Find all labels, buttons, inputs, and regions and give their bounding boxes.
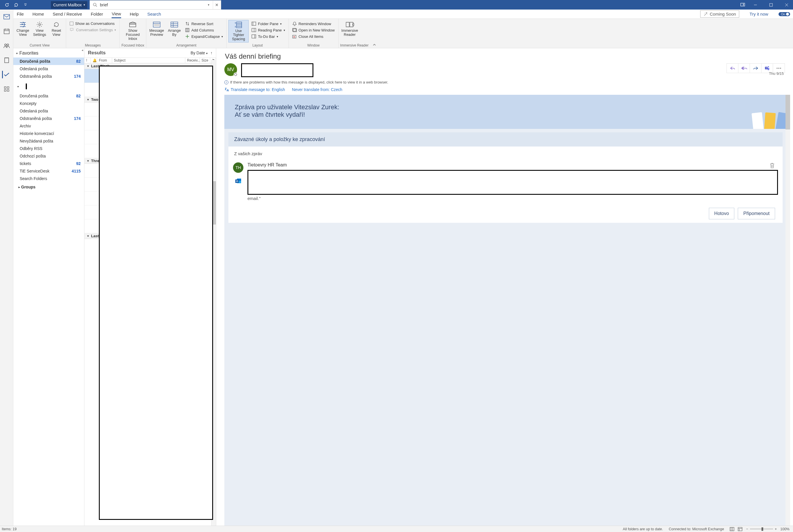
calendar-rail-icon[interactable]	[3, 27, 11, 35]
coming-soon-label: Coming Soon	[710, 12, 736, 17]
group-label-current-view: Current View	[15, 43, 64, 48]
svg-rect-3	[741, 3, 745, 6]
reset-view-button[interactable]: Reset View	[49, 20, 64, 38]
svg-point-9	[39, 24, 40, 25]
conversation-settings-label: Conversation Settings	[76, 28, 113, 32]
group-label-window: Window	[291, 43, 336, 48]
close-all-label: Close All Items	[299, 34, 324, 39]
todo-bar-icon	[252, 34, 256, 39]
immersive-reader-button[interactable]: Immersive Reader	[340, 20, 359, 38]
tab-home[interactable]: Home	[32, 11, 44, 18]
toggle-knob	[786, 13, 789, 16]
display-options-icon[interactable]	[739, 1, 746, 8]
use-tighter-spacing-label: Use Tighter Spacing	[230, 29, 246, 41]
show-as-conversations-checkbox[interactable]: Show as Conversations	[68, 21, 118, 26]
arrange-by-button[interactable]: Arrange By	[167, 20, 182, 38]
minimize-button[interactable]	[749, 0, 762, 10]
reminders-window-button[interactable]: Reminders Window	[291, 21, 336, 26]
collapse-ribbon-button[interactable]	[370, 19, 379, 48]
search-input[interactable]	[100, 3, 205, 7]
view-settings-button[interactable]: View Settings	[32, 20, 48, 38]
group-arrangement: Message Preview Arrange By Reverse Sort …	[146, 19, 227, 48]
group-layout: Use Tighter Spacing Folder Pane ▾ Readin…	[227, 19, 289, 48]
group-label-layout: Layout	[228, 43, 287, 48]
svg-rect-33	[252, 35, 256, 38]
open-new-window-button[interactable]: Open in New Window	[291, 27, 336, 33]
folder-pane-button[interactable]: Folder Pane ▾	[250, 21, 287, 26]
reverse-sort-button[interactable]: Reverse Sort	[183, 21, 225, 26]
chevron-down-icon: ▾	[221, 35, 223, 38]
reading-pane-label: Reading Pane	[258, 28, 281, 32]
coming-soon-button[interactable]: Coming Soon	[700, 11, 739, 18]
toggle-label: On	[781, 13, 785, 16]
svg-rect-11	[130, 23, 136, 27]
show-focused-inbox-button[interactable]: Show Focused Inbox	[122, 20, 144, 42]
group-window: Reminders Window Open in New Window Clos…	[289, 19, 338, 48]
chevron-down-icon: ▾	[114, 28, 116, 32]
mailbox-selector-label: Current Mailbox	[53, 3, 82, 7]
svg-rect-6	[770, 3, 773, 6]
new-window-icon	[292, 28, 297, 32]
tab-file[interactable]: File	[17, 11, 24, 18]
group-messages: Show as Conversations Conversation Setti…	[66, 19, 120, 48]
reading-pane-icon	[252, 28, 256, 32]
sort-icon	[185, 21, 190, 26]
chevron-down-icon: ▾	[283, 28, 285, 32]
tab-send-receive[interactable]: Send / Receive	[53, 11, 82, 18]
conversation-settings-icon	[70, 27, 74, 32]
tab-search[interactable]: Search	[147, 11, 161, 18]
svg-line-2	[96, 5, 97, 7]
conversation-settings-button[interactable]: Conversation Settings ▾	[68, 27, 118, 32]
reset-view-label: Reset View	[50, 28, 62, 37]
ribbon-tabs: File Home Send / Receive Folder View Hel…	[0, 10, 793, 19]
message-preview-label: Message Preview	[149, 28, 164, 37]
bell-icon	[292, 21, 297, 26]
open-new-window-label: Open in New Window	[299, 28, 335, 32]
add-columns-button[interactable]: Add Columns	[183, 27, 225, 33]
reminders-window-label: Reminders Window	[299, 22, 331, 26]
maximize-button[interactable]	[765, 0, 777, 10]
columns-icon	[185, 28, 190, 32]
close-button[interactable]	[780, 0, 793, 10]
view-settings-label: View Settings	[33, 28, 46, 37]
group-label-messages: Messages	[68, 43, 118, 48]
show-focused-inbox-label: Show Focused Inbox	[123, 28, 142, 41]
svg-rect-38	[4, 15, 10, 19]
folder-pane-label: Folder Pane	[258, 22, 278, 26]
search-scope-dropdown[interactable]: ▾	[205, 1, 213, 9]
reading-pane-button[interactable]: Reading Pane ▾	[250, 27, 287, 33]
expand-collapse-button[interactable]: Expand/Collapse ▾	[183, 34, 225, 39]
folder-pane-icon	[252, 21, 256, 26]
tab-folder[interactable]: Folder	[91, 11, 103, 18]
coming-soon-toggle[interactable]: On	[778, 12, 790, 16]
search-clear-button[interactable]: ✕	[213, 1, 221, 9]
checkbox-icon	[70, 22, 73, 25]
svg-rect-16	[171, 22, 178, 27]
group-label-immersive: Immersive Reader	[340, 43, 369, 48]
tab-help[interactable]: Help	[130, 11, 139, 18]
ribbon: Change View View Settings Reset View Cur…	[0, 19, 793, 48]
mail-rail-icon[interactable]	[3, 13, 11, 20]
close-all-icon	[292, 34, 297, 39]
reverse-sort-label: Reverse Sort	[191, 22, 213, 26]
message-preview-button[interactable]: Message Preview	[148, 20, 165, 38]
tab-view[interactable]: View	[112, 10, 121, 18]
close-all-button[interactable]: Close All Items	[291, 34, 336, 39]
group-label-arrangement: Arrangement	[148, 43, 225, 48]
title-bar: Current Mailbox ▾ ▾ ✕	[0, 0, 793, 10]
change-view-button[interactable]: Change View	[15, 20, 31, 38]
undo-icon[interactable]	[13, 1, 20, 8]
qat-customize-icon[interactable]	[22, 1, 29, 8]
expand-collapse-icon	[185, 34, 190, 39]
refresh-icon[interactable]	[3, 1, 11, 8]
try-it-now-link[interactable]: Try it now	[750, 12, 768, 17]
group-immersive: Immersive Reader Immersive Reader	[338, 19, 370, 48]
add-columns-label: Add Columns	[191, 28, 214, 32]
search-icon	[93, 3, 97, 7]
mailbox-selector[interactable]: Current Mailbox ▾	[51, 1, 87, 9]
arrange-by-label: Arrange By	[168, 28, 181, 37]
people-rail-icon[interactable]	[3, 42, 11, 48]
use-tighter-spacing-button[interactable]: Use Tighter Spacing	[228, 20, 248, 42]
svg-point-43	[5, 44, 6, 46]
todo-bar-button[interactable]: To-Do Bar ▾	[250, 34, 287, 39]
